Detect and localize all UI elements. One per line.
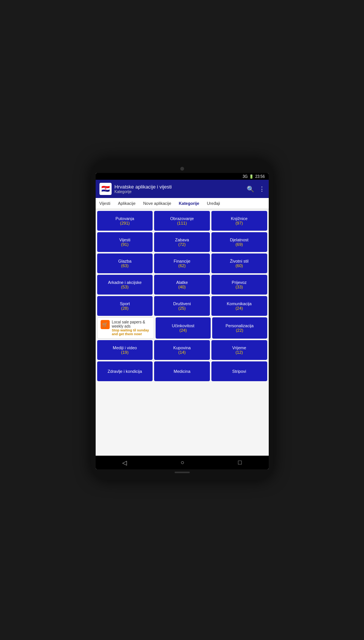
grid-row-2: Glazba (63) Financije (62) Životni stil … [97, 253, 267, 273]
tab-aplikacije[interactable]: Aplikacije [114, 198, 139, 209]
tab-vijesti[interactable]: Vijesti [96, 198, 114, 209]
category-zdravlje[interactable]: Zdravlje i kondicija [97, 361, 153, 381]
category-mediji[interactable]: Mediji i video (19) [97, 340, 153, 360]
categories-grid: Putovanja (291) Obrazovanje (111) Knjižn… [96, 209, 269, 456]
header-icons: 🔍 ⋮ [247, 185, 265, 193]
category-ucinkovitost[interactable]: Učinkovitost (24) [156, 317, 211, 339]
battery-icon: 🔋 [249, 174, 254, 179]
app-header: 🇭🇷 Hrvatske aplikacije i vijesti Kategor… [96, 180, 269, 198]
app-logo: 🇭🇷 [99, 183, 112, 195]
category-komunikacija[interactable]: Komunikacija (24) [211, 296, 267, 316]
app-subtitle: Kategorije [115, 190, 244, 194]
status-bar: 3G 🔋 23:56 [96, 173, 269, 180]
category-zivotni-stil[interactable]: Životni stil (60) [211, 253, 267, 273]
category-putovanja[interactable]: Putovanja (291) [97, 211, 153, 231]
category-personalizacija[interactable]: Personalizacija (22) [212, 317, 267, 339]
tab-uredaji[interactable]: Uređaji [203, 198, 224, 209]
category-zabava[interactable]: Zabava (72) [154, 232, 210, 252]
ad-text: Local sale papers & weekly ads Stop wait… [112, 320, 151, 336]
grid-row-1: Vijesti (91) Zabava (72) Djelatnost (69) [97, 232, 267, 252]
grid-row-5: 🛒 Local sale papers & weekly ads Stop wa… [97, 317, 267, 339]
grid-row-3: Arkadne i akcijske (53) Alatke (40) Prij… [97, 275, 267, 295]
grid-row-7: Zdravlje i kondicija Medicina Stripovi [97, 361, 267, 381]
recent-button[interactable]: □ [238, 459, 242, 466]
phone-frame: 3G 🔋 23:56 🇭🇷 Hrvatske aplikacije i vije… [91, 160, 273, 480]
tab-nove-aplikacije[interactable]: Nove aplikacije [139, 198, 175, 209]
category-kupovina[interactable]: Kupovina (14) [154, 340, 210, 360]
ad-inner: 🛒 Local sale papers & weekly ads Stop wa… [101, 320, 151, 336]
back-button[interactable]: ◁ [122, 459, 127, 466]
category-alatke[interactable]: Alatke (40) [154, 275, 210, 295]
category-drustveni[interactable]: Društveni (25) [154, 296, 210, 316]
app-title-block: Hrvatske aplikacije i vijesti Kategorije [115, 184, 244, 194]
category-prijevoz[interactable]: Prijevoz (33) [211, 275, 267, 295]
ad-subtitle: Stop waiting til sunday and get them now… [112, 328, 151, 336]
ad-icon: 🛒 [101, 320, 110, 329]
category-sport[interactable]: Sport (28) [97, 296, 153, 316]
nav-bar: ◁ ○ □ [96, 456, 269, 469]
grid-row-4: Sport (28) Društveni (25) Komunikacija (… [97, 296, 267, 316]
category-arkadne[interactable]: Arkadne i akcijske (53) [97, 275, 153, 295]
search-icon[interactable]: 🔍 [247, 185, 254, 193]
category-obrazovanje[interactable]: Obrazovanje (111) [154, 211, 210, 231]
category-glazba[interactable]: Glazba (63) [97, 253, 153, 273]
category-financije[interactable]: Financije (62) [154, 253, 210, 273]
grid-row-6: Mediji i video (19) Kupovina (14) Vrijem… [97, 340, 267, 360]
screen: 3G 🔋 23:56 🇭🇷 Hrvatske aplikacije i vije… [96, 173, 269, 469]
grid-row-0: Putovanja (291) Obrazovanje (111) Knjižn… [97, 211, 267, 231]
advertisement-cell[interactable]: 🛒 Local sale papers & weekly ads Stop wa… [97, 317, 154, 339]
ad-title: Local sale papers & weekly ads [112, 320, 151, 328]
category-vrijeme[interactable]: Vrijeme (12) [211, 340, 267, 360]
category-knjiznice[interactable]: Knjižnice (97) [211, 211, 267, 231]
category-stripovi[interactable]: Stripovi [211, 361, 267, 381]
category-djelatnost[interactable]: Djelatnost (69) [211, 232, 267, 252]
tab-kategorije[interactable]: Kategorije [175, 198, 203, 209]
bottom-indicator [175, 472, 190, 473]
camera [180, 167, 184, 171]
signal-indicator: 3G [243, 174, 247, 179]
more-options-icon[interactable]: ⋮ [259, 185, 265, 193]
app-title: Hrvatske aplikacije i vijesti [115, 184, 244, 190]
category-vijesti[interactable]: Vijesti (91) [97, 232, 153, 252]
tabs-bar: Vijesti Aplikacije Nove aplikacije Kateg… [96, 198, 269, 209]
category-medicina[interactable]: Medicina [154, 361, 210, 381]
time-display: 23:56 [255, 174, 265, 179]
home-button[interactable]: ○ [181, 459, 184, 466]
